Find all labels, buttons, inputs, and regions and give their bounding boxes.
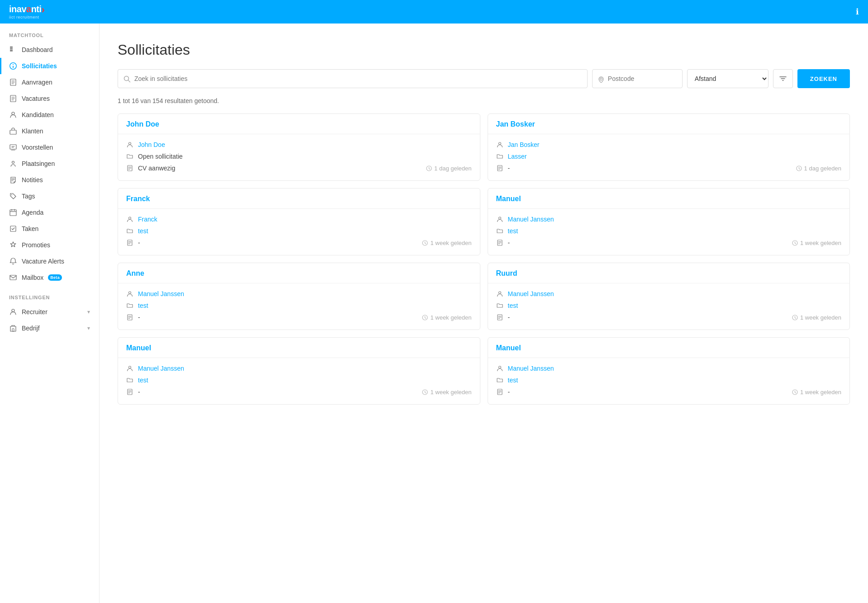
recruiter-chevron-icon: ▾: [87, 309, 90, 315]
card-row-folder: test: [126, 374, 472, 386]
svg-rect-2: [10, 50, 13, 52]
card-folder-name[interactable]: Lasser: [508, 153, 527, 160]
svg-point-17: [600, 78, 602, 80]
sidebar-item-notities[interactable]: Notities: [0, 172, 99, 188]
svg-point-27: [498, 217, 501, 219]
voorstellen-icon: [9, 143, 17, 151]
sidebar-item-recruiter[interactable]: Recruiter ▾: [0, 304, 99, 320]
zoeken-button[interactable]: ZOEKEN: [797, 69, 850, 88]
sidebar-item-bedrijf[interactable]: Bedrijf ▾: [0, 320, 99, 336]
folder-icon: [126, 302, 133, 309]
card-folder-name[interactable]: test: [138, 377, 148, 384]
plaatsingen-label: Plaatsingen: [22, 160, 55, 167]
card-cv-value: -: [508, 239, 510, 246]
card-title[interactable]: Anne: [118, 263, 480, 283]
card-5: Ruurd Manuel Janssen test: [488, 263, 850, 330]
svg-point-39: [498, 366, 501, 368]
card-person-name[interactable]: Manuel Janssen: [138, 365, 184, 372]
taken-icon: [9, 225, 17, 233]
card-person-name[interactable]: Manuel Janssen: [508, 216, 554, 223]
sidebar-item-dashboard[interactable]: Dashboard: [0, 42, 99, 58]
card-row-cv: - 1 week geleden: [126, 386, 472, 398]
card-person-name[interactable]: Manuel Janssen: [138, 290, 184, 297]
kandidaten-label: Kandidaten: [22, 111, 54, 118]
card-title[interactable]: Ruurd: [488, 263, 850, 283]
agenda-label: Agenda: [22, 209, 43, 216]
agenda-icon: [9, 208, 17, 217]
sidebar-item-sollicitaties[interactable]: Sollicitaties: [0, 58, 99, 74]
svg-rect-12: [10, 275, 16, 280]
card-folder-name[interactable]: test: [138, 227, 148, 235]
card-cv-value: -: [138, 388, 140, 396]
card-row-person: Manuel Janssen: [496, 288, 842, 300]
filter-button[interactable]: [773, 69, 793, 88]
klanten-label: Klanten: [22, 127, 43, 135]
card-title[interactable]: Jan Bosker: [488, 114, 850, 134]
card-row-person: John Doe: [126, 139, 472, 151]
sidebar-item-kandidaten[interactable]: Kandidaten: [0, 107, 99, 123]
card-title[interactable]: Franck: [118, 188, 480, 209]
sidebar-item-mailbox[interactable]: Mailbox Beta: [0, 269, 99, 286]
plaatsingen-icon: [9, 160, 17, 168]
card-title[interactable]: Manuel: [488, 338, 850, 358]
mailbox-beta-badge: Beta: [48, 274, 62, 281]
svg-point-9: [11, 194, 12, 195]
card-row-person: Manuel Janssen: [126, 288, 472, 300]
sidebar-item-aanvragen[interactable]: Aanvragen: [0, 74, 99, 90]
card-row-folder: Open sollicitatie: [126, 151, 472, 162]
results-info: 1 tot 16 van 154 resultaten getoond.: [118, 97, 850, 104]
card-folder-name[interactable]: test: [138, 302, 148, 309]
cv-icon: [496, 165, 503, 172]
sidebar-item-vacatures[interactable]: Vacatures: [0, 90, 99, 107]
logo-text: inavanti›: [9, 4, 44, 14]
card-folder-name[interactable]: test: [508, 227, 518, 235]
folder-icon: [496, 153, 503, 160]
card-time: 1 week geleden: [792, 240, 841, 246]
vacature-alerts-label: Vacature Alerts: [22, 258, 64, 265]
card-title[interactable]: Manuel: [118, 338, 480, 358]
card-person-name[interactable]: Franck: [138, 216, 157, 223]
folder-icon: [126, 153, 133, 160]
postcode-input[interactable]: [608, 75, 687, 82]
help-icon[interactable]: ℹ: [856, 7, 859, 17]
sidebar-item-vacature-alerts[interactable]: Vacature Alerts: [0, 253, 99, 269]
sidebar-item-plaatsingen[interactable]: Plaatsingen: [0, 155, 99, 172]
card-person-name[interactable]: Manuel Janssen: [508, 290, 554, 297]
card-person-name[interactable]: Jan Bosker: [508, 141, 540, 148]
card-row-cv: - 1 week geleden: [126, 311, 472, 323]
card-time: 1 week geleden: [792, 389, 841, 396]
svg-rect-10: [10, 210, 16, 216]
person-icon: [496, 365, 503, 372]
logo-sub: iict recruitment: [9, 15, 44, 19]
sidebar-item-tags[interactable]: Tags: [0, 188, 99, 204]
svg-rect-15: [12, 329, 14, 331]
sidebar-item-agenda[interactable]: Agenda: [0, 204, 99, 221]
svg-rect-11: [10, 226, 16, 231]
card-folder-name[interactable]: test: [508, 377, 518, 384]
matchtool-label: MATCHTOOL: [0, 24, 99, 42]
sidebar-item-klanten[interactable]: Klanten: [0, 123, 99, 139]
sidebar-item-taken[interactable]: Taken: [0, 221, 99, 237]
sidebar-item-voorstellen[interactable]: Voorstellen: [0, 139, 99, 155]
main-content: Sollicitaties Afstand 5 km 10 km 25 km: [100, 24, 868, 603]
cv-icon: [126, 314, 133, 321]
card-row-folder: test: [496, 374, 842, 386]
card-folder-name[interactable]: test: [508, 302, 518, 309]
card-row-person: Franck: [126, 213, 472, 225]
card-title[interactable]: Manuel: [488, 188, 850, 209]
search-input[interactable]: [131, 75, 582, 82]
cv-icon: [496, 314, 503, 321]
card-title[interactable]: John Doe: [118, 114, 480, 134]
svg-rect-7: [10, 145, 16, 149]
afstand-select[interactable]: Afstand 5 km 10 km 25 km 50 km: [687, 69, 768, 88]
sidebar-item-promoties[interactable]: Promoties: [0, 237, 99, 253]
card-person-name[interactable]: John Doe: [138, 141, 165, 148]
card-cv-value: -: [138, 314, 140, 321]
bedrijf-label: Bedrijf: [22, 325, 40, 332]
card-cv-value: -: [508, 314, 510, 321]
cv-icon: [496, 239, 503, 246]
svg-point-8: [12, 161, 14, 164]
card-row-folder: Lasser: [496, 151, 842, 162]
card-person-name[interactable]: Manuel Janssen: [508, 365, 554, 372]
svg-rect-1: [10, 48, 13, 50]
